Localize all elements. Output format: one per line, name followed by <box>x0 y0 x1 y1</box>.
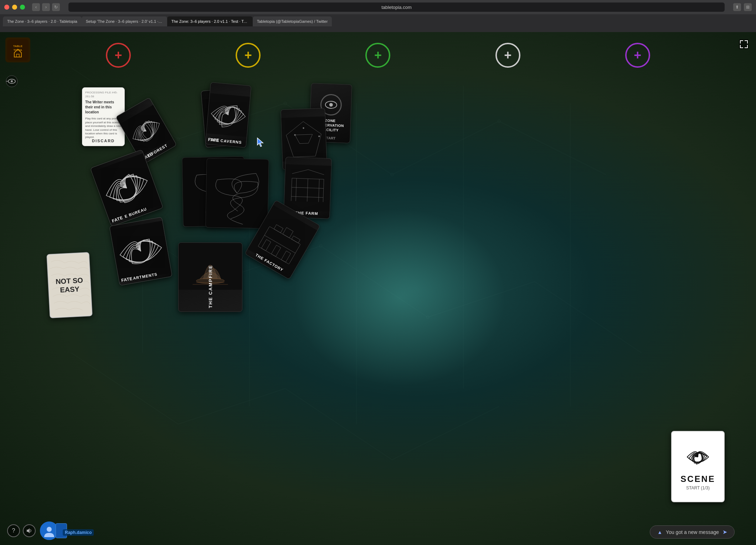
browser-titlebar: ‹ › ↻ tabletopia.com ⬆ ⊞ <box>0 0 756 14</box>
url-text: tabletopia.com <box>381 5 412 10</box>
center-card-right[interactable] <box>205 158 269 228</box>
player-info: Raph.damico <box>37 521 67 540</box>
extensions-button[interactable]: ⊞ <box>744 3 752 11</box>
back-button[interactable]: ‹ <box>32 3 40 11</box>
svg-point-19 <box>177 138 180 140</box>
svg-line-10 <box>71 353 178 424</box>
svg-line-8 <box>428 282 535 317</box>
svg-point-24 <box>319 245 322 247</box>
svg-line-7 <box>321 246 428 317</box>
svg-point-51 <box>303 127 304 129</box>
svg-marker-83 <box>27 528 30 533</box>
svg-text:TABLE: TABLE <box>13 45 23 48</box>
forward-button[interactable]: › <box>42 3 50 11</box>
caverns-location-face: FATE THE CAVERNS <box>206 82 251 147</box>
browser-frame: ‹ › ↻ tabletopia.com ⬆ ⊞ The Zone · 3–6 … <box>0 0 756 32</box>
center-right-face <box>206 159 268 228</box>
traffic-light-fullscreen[interactable] <box>20 5 25 10</box>
player-token-green[interactable]: + <box>365 43 390 68</box>
game-area: TABLE TOPIA + + + + <box>0 32 756 545</box>
discard-label: DISCARD <box>82 139 124 143</box>
fate-caverns2: FATE <box>208 137 220 143</box>
tab-2[interactable]: Setup 'The Zone · 3–6 players · 2.0' v1.… <box>82 16 167 26</box>
scene-sub: START (1/3) <box>686 485 710 490</box>
player-token-red[interactable]: + <box>106 43 131 68</box>
player-tokens: + + + + + <box>0 43 756 68</box>
svg-line-4 <box>499 121 606 175</box>
fate-apartments-card[interactable]: FATE ARTMENTS <box>109 217 172 286</box>
svg-point-21 <box>391 173 394 176</box>
campfire-label: THE CAMPFIRE <box>208 265 213 308</box>
svg-line-3 <box>392 121 499 175</box>
player-token-white[interactable]: + <box>495 43 520 68</box>
browser-tabs: The Zone · 3–6 players · 2.0 · Tabletopi… <box>0 14 756 26</box>
tab-4[interactable]: Tabletopia (@TabletopiaGames) / Twitter <box>253 16 332 26</box>
svg-line-13 <box>392 406 499 460</box>
svg-point-20 <box>284 102 287 105</box>
svg-point-40 <box>329 103 333 107</box>
not-so-easy-label: NOT SO EASY <box>48 272 91 298</box>
discard-title: The Writer meets their end in this locat… <box>85 100 122 115</box>
cursor <box>256 137 266 147</box>
address-bar[interactable]: tabletopia.com <box>68 2 725 12</box>
fate-bureau-card[interactable]: FATE E BUREAU <box>90 149 164 227</box>
logo[interactable]: TABLE TOPIA <box>5 37 30 62</box>
share-button[interactable]: ⬆ <box>733 3 741 11</box>
player-token-purple[interactable]: + <box>625 43 650 68</box>
fate-forest-face: FATE E FOREST <box>116 98 176 164</box>
player-token-yellow[interactable]: + <box>236 43 261 68</box>
scene-face: SCENE START (1/3) <box>672 432 724 502</box>
scene-card[interactable]: SCENE START (1/3) <box>671 431 725 502</box>
bottom-bar: ? Raph.damico ▲ You got a new message ➤ <box>0 516 756 545</box>
svg-point-25 <box>426 316 429 319</box>
svg-point-53 <box>294 134 296 136</box>
not-so-easy-face: NOT SO EASY <box>47 253 92 318</box>
sound-button[interactable] <box>23 524 36 537</box>
browser-nav: ‹ › ↻ <box>32 3 60 11</box>
chevron-up-icon: ▲ <box>657 529 662 535</box>
refresh-button[interactable]: ↻ <box>52 3 60 11</box>
campfire-card[interactable]: THE CAMPFIRE <box>178 242 242 312</box>
traffic-light-minimize[interactable] <box>12 5 17 10</box>
svg-rect-41 <box>281 116 326 161</box>
fate-bureau-face: FATE E BUREAU <box>91 150 163 226</box>
message-text: You got a new message <box>666 529 719 535</box>
campfire-face: THE CAMPFIRE <box>179 243 242 312</box>
discard-file-label: PROCESSING FILE #45-261-58 <box>85 91 122 98</box>
svg-point-33 <box>11 80 13 82</box>
tab-3-active[interactable]: The Zone: 3–6 players · 2.0 v1.1 · Test … <box>167 16 253 26</box>
svg-point-22 <box>498 120 500 123</box>
svg-point-52 <box>318 135 320 137</box>
svg-line-12 <box>285 389 392 460</box>
scene-label: SCENE <box>680 474 715 484</box>
expand-button[interactable] <box>739 39 749 51</box>
svg-rect-67 <box>206 159 268 228</box>
message-bar: ▲ You got a new message ➤ <box>650 525 735 539</box>
logo-inner: TABLE TOPIA <box>5 37 30 62</box>
svg-line-11 <box>178 389 285 424</box>
traffic-light-close[interactable] <box>4 5 9 10</box>
send-icon[interactable]: ➤ <box>722 529 727 535</box>
fate-apartments-face: FATE ARTMENTS <box>110 217 172 285</box>
not-so-easy-card[interactable]: NOT SO EASY <box>46 252 92 318</box>
sidebar-toggle[interactable] <box>5 75 18 88</box>
svg-line-9 <box>535 282 642 353</box>
center-glow <box>293 209 506 387</box>
discard-body: Play this card at any point to place you… <box>85 117 122 139</box>
caverns-location-card[interactable]: FATE THE CAVERNS <box>205 82 252 148</box>
help-button[interactable]: ? <box>7 524 20 537</box>
player-name-label: Raph.damico <box>63 529 94 536</box>
tab-1[interactable]: The Zone · 3–6 players · 2.0 · Tabletopi… <box>3 16 82 26</box>
svg-point-84 <box>47 527 52 532</box>
